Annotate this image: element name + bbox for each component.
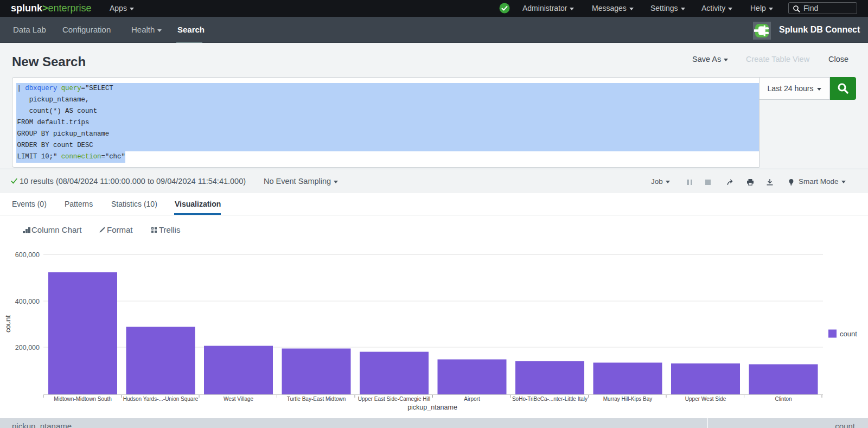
svg-text:200,000: 200,000 — [15, 344, 40, 352]
svg-text:Murray Hill-Kips Bay: Murray Hill-Kips Bay — [603, 396, 653, 402]
svg-text:Upper West Side: Upper West Side — [685, 396, 726, 402]
svg-text:count: count — [4, 315, 12, 333]
svg-text:600,000: 600,000 — [15, 251, 40, 259]
svg-text:Hudson Yards-...-Union Square: Hudson Yards-...-Union Square — [123, 396, 199, 402]
svg-text:Airport: Airport — [464, 396, 480, 402]
svg-text:count: count — [840, 330, 857, 338]
svg-text:400,000: 400,000 — [15, 298, 40, 305]
svg-text:Upper East Side-Carnegie Hill: Upper East Side-Carnegie Hill — [358, 396, 430, 402]
svg-text:Turtle Bay-East Midtown: Turtle Bay-East Midtown — [287, 396, 346, 402]
svg-text:Clinton: Clinton — [775, 396, 792, 402]
svg-text:pickup_ntaname: pickup_ntaname — [407, 404, 457, 411]
svg-text:Midtown-Midtown South: Midtown-Midtown South — [54, 396, 112, 402]
svg-text:SoHo-TriBeCa-...nter-Little It: SoHo-TriBeCa-...nter-Little Italy — [512, 396, 588, 402]
svg-text:West Village: West Village — [224, 396, 254, 402]
